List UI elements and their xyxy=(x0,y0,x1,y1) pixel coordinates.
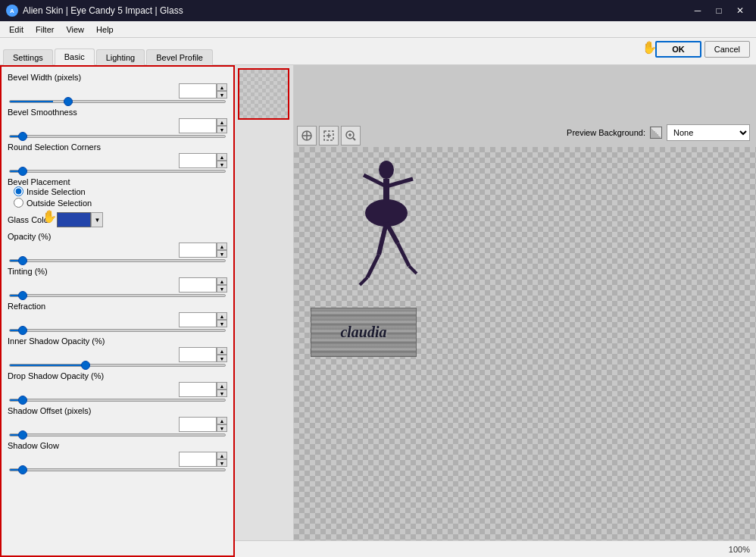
ok-button[interactable]: 🤚 OK xyxy=(655,41,701,58)
bg-swatch xyxy=(650,127,662,139)
tinting-thumb[interactable] xyxy=(18,291,27,300)
opacity-thumb[interactable] xyxy=(18,256,27,265)
zoom-tool-button[interactable] xyxy=(341,126,361,146)
refraction-row: Refraction 0 ▲ ▼ xyxy=(8,302,227,332)
tinting-spinner[interactable]: 0 ▲ ▼ xyxy=(179,277,227,293)
bevel-width-spinner[interactable]: 5.82 ▲ ▼ xyxy=(179,83,227,99)
shadow-offset-input[interactable]: 0.00 xyxy=(179,417,217,432)
shadow-glow-label: Shadow Glow xyxy=(8,441,227,450)
bevel-smoothness-label: Bevel Smoothness xyxy=(8,108,227,117)
inner-shadow-down[interactable]: ▼ xyxy=(217,355,227,362)
shadow-glow-down[interactable]: ▼ xyxy=(217,459,227,467)
tab-basic[interactable]: Basic xyxy=(55,49,95,65)
bevel-width-input[interactable]: 5.82 xyxy=(179,83,217,99)
refraction-slider[interactable] xyxy=(9,329,226,332)
pan-tool-button[interactable] xyxy=(297,126,317,146)
thumbnail-item[interactable] xyxy=(238,68,289,120)
round-selection-slider[interactable] xyxy=(9,170,226,173)
shadow-offset-spinner[interactable]: 0.00 ▲ ▼ xyxy=(179,417,227,432)
round-selection-spinner[interactable]: 0 ▲ ▼ xyxy=(179,153,227,168)
bevel-width-slider[interactable] xyxy=(9,100,226,103)
bevel-width-down[interactable]: ▼ xyxy=(217,91,227,99)
round-selection-input[interactable]: 0 xyxy=(179,153,217,168)
round-selection-label: Round Selection Corners xyxy=(8,142,227,152)
shadow-glow-up[interactable]: ▲ xyxy=(217,452,227,459)
opacity-spinner[interactable]: 0 ▲ ▼ xyxy=(179,243,227,258)
preview-bg-select[interactable]: None xyxy=(667,124,750,141)
inside-selection-label[interactable]: Inside Selection xyxy=(14,186,227,196)
refraction-label: Refraction xyxy=(8,302,227,311)
inner-shadow-thumb[interactable] xyxy=(81,361,90,370)
bevel-placement-label: Bevel Placement xyxy=(8,177,70,186)
menu-bar: Edit Filter View Help xyxy=(0,21,756,38)
shadow-glow-spinner[interactable]: 0 ▲ ▼ xyxy=(179,452,227,467)
glass-color-dropdown[interactable]: ▼ xyxy=(91,212,103,227)
opacity-slider[interactable] xyxy=(9,259,226,262)
shadow-glow-thumb[interactable] xyxy=(18,465,27,474)
shadow-offset-thumb[interactable] xyxy=(18,430,27,440)
window-controls: ─ □ ✕ xyxy=(688,3,750,18)
shadow-glow-input[interactable]: 0 xyxy=(179,452,217,467)
refraction-down[interactable]: ▼ xyxy=(217,320,227,327)
inside-selection-text: Inside Selection xyxy=(27,187,86,196)
tinting-up[interactable]: ▲ xyxy=(217,277,227,285)
refraction-thumb[interactable] xyxy=(18,326,27,335)
shadow-glow-slider[interactable] xyxy=(9,468,226,471)
maximize-button[interactable]: □ xyxy=(709,3,729,18)
bevel-smoothness-slider[interactable] xyxy=(9,135,226,138)
minimize-button[interactable]: ─ xyxy=(688,3,708,18)
drop-shadow-thumb[interactable] xyxy=(18,396,27,405)
bevel-width-up[interactable]: ▲ xyxy=(217,83,227,91)
menu-filter[interactable]: Filter xyxy=(30,23,60,36)
close-button[interactable]: ✕ xyxy=(730,3,750,18)
refraction-input[interactable]: 0 xyxy=(179,312,217,327)
tinting-slider[interactable] xyxy=(9,294,226,297)
opacity-input[interactable]: 0 xyxy=(179,243,217,258)
bevel-width-thumb[interactable] xyxy=(64,97,73,106)
preview-tools xyxy=(297,126,361,146)
tinting-down[interactable]: ▼ xyxy=(217,285,227,293)
refraction-up[interactable]: ▲ xyxy=(217,312,227,320)
zoom-level: 100% xyxy=(729,545,750,554)
round-selection-down[interactable]: ▼ xyxy=(217,161,227,168)
bevel-smoothness-down[interactable]: ▼ xyxy=(217,126,227,133)
round-selection-up[interactable]: ▲ xyxy=(217,153,227,161)
shadow-offset-down[interactable]: ▼ xyxy=(217,424,227,432)
inside-selection-radio[interactable] xyxy=(14,186,23,196)
inner-shadow-spinner[interactable]: 34 ▲ ▼ xyxy=(179,347,227,362)
svg-line-21 xyxy=(360,277,367,285)
menu-help[interactable]: Help xyxy=(90,23,120,36)
shadow-offset-slider[interactable] xyxy=(9,433,226,437)
select-tool-button[interactable] xyxy=(319,126,339,146)
cancel-button[interactable]: Cancel xyxy=(704,41,750,58)
menu-edit[interactable]: Edit xyxy=(3,23,30,36)
bevel-smoothness-input[interactable]: 0.00 xyxy=(179,118,217,133)
opacity-down[interactable]: ▼ xyxy=(217,250,227,258)
refraction-spinner[interactable]: 0 ▲ ▼ xyxy=(179,312,227,327)
inner-shadow-slider[interactable] xyxy=(9,364,226,367)
status-bar: 100% xyxy=(235,540,756,557)
bevel-smoothness-up[interactable]: ▲ xyxy=(217,118,227,126)
bevel-smoothness-spinner[interactable]: 0.00 ▲ ▼ xyxy=(179,118,227,133)
drop-shadow-down[interactable]: ▼ xyxy=(217,390,227,397)
drop-shadow-input[interactable]: 0 xyxy=(179,382,217,397)
drop-shadow-up[interactable]: ▲ xyxy=(217,382,227,390)
tab-settings[interactable]: Settings xyxy=(3,49,53,65)
menu-view[interactable]: View xyxy=(60,23,90,36)
drop-shadow-spinner[interactable]: 0 ▲ ▼ xyxy=(179,382,227,397)
shadow-offset-up[interactable]: ▲ xyxy=(217,417,227,424)
app-icon: A xyxy=(6,5,18,17)
tinting-input[interactable]: 0 xyxy=(179,277,217,293)
bevel-smoothness-thumb[interactable] xyxy=(18,132,27,141)
round-selection-thumb[interactable] xyxy=(18,167,27,176)
opacity-label: Opacity (%) xyxy=(8,232,227,241)
inner-shadow-up[interactable]: ▲ xyxy=(217,347,227,355)
tab-lighting[interactable]: Lighting xyxy=(96,49,145,65)
tab-bevel-profile[interactable]: Bevel Profile xyxy=(146,49,213,65)
drop-shadow-slider[interactable] xyxy=(9,399,226,402)
glass-color-swatch[interactable] xyxy=(57,212,91,227)
outside-selection-radio[interactable] xyxy=(14,198,23,208)
outside-selection-label[interactable]: Outside Selection xyxy=(14,198,227,208)
inner-shadow-input[interactable]: 34 xyxy=(179,347,217,362)
opacity-up[interactable]: ▲ xyxy=(217,243,227,250)
